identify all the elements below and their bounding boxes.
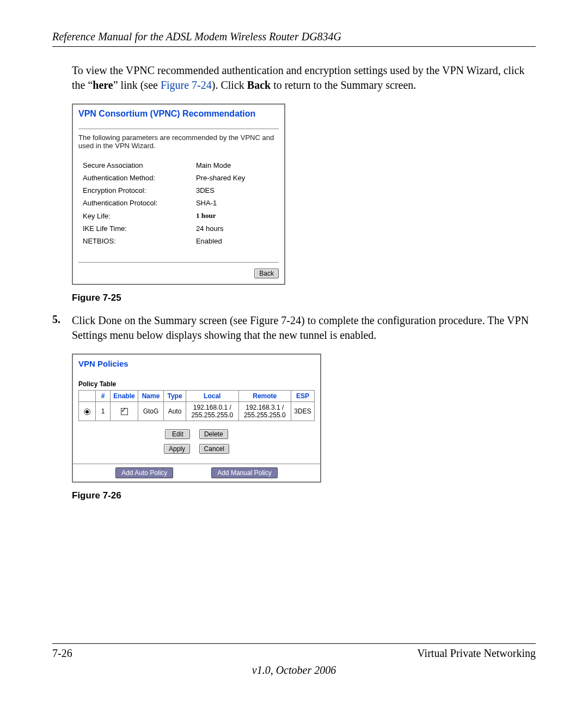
cell-remote: 192.168.3.1 / 255.255.255.0 [238,402,291,421]
policy-table-heading: Policy Table [78,380,315,388]
param-label: Encryption Protocol: [79,185,194,196]
add-auto-policy-button[interactable]: Add Auto Policy [115,467,173,478]
here-link-text: here [93,79,113,91]
page-number: 7-26 [52,647,72,660]
col-type: Type [164,391,186,402]
vpnc-rule [78,129,279,129]
delete-button[interactable]: Delete [199,429,228,439]
table-row: 1 GtoG Auto 192.168.0.1 / 255.255.255.0 … [79,402,315,421]
policy-table: # Enable Name Type Local Remote ESP 1 Gt… [78,390,315,421]
step5-pre: Click [72,314,98,326]
cell-esp: 3DES [291,402,315,421]
page-header: Reference Manual for the ADSL Modem Wire… [52,31,536,43]
footer-rule [52,643,536,644]
header-rule [52,46,536,47]
figure-7-24-link-2[interactable]: Figure 7-24 [250,314,301,326]
param-value: Pre-shared Key [195,172,278,184]
cell-type: Auto [164,402,186,421]
vpnc-lead: The following parameters are recommended… [78,133,279,150]
vpn-policies-panel: VPN Policies Policy Table # Enable Name … [72,354,321,483]
col-name: Name [138,391,164,402]
step-5: 5. Click Done on the Summary screen (see… [52,313,536,343]
figure-7-26-caption: Figure 7-26 [72,490,536,501]
vpnc-title: VPN Consortium (VPNC) Recommendation [78,109,279,119]
cell-local: 192.168.0.1 / 255.255.255.0 [186,402,239,421]
vpnc-panel: VPN Consortium (VPNC) Recommendation The… [72,104,285,285]
param-value: Main Mode [195,160,278,171]
row-radio[interactable] [84,409,90,415]
cell-name: GtoG [138,402,164,421]
param-label: Key Life: [79,210,194,222]
param-label: Secure Association [79,160,194,171]
cancel-button[interactable]: Cancel [199,444,229,454]
done-bold: Done [98,314,121,326]
col-remote: Remote [238,391,291,402]
param-value: SHA-1 [195,197,278,209]
col-local: Local [186,391,239,402]
param-label: Authentication Method: [79,172,194,184]
param-label: NETBIOS: [79,235,194,247]
param-label: IKE Life Time: [79,223,194,234]
figure-7-24-link[interactable]: Figure 7-24 [161,79,212,91]
step5-mid: on the Summary screen (see [122,314,250,326]
col-num: # [96,391,111,402]
col-enable: Enable [111,391,138,402]
intro-text-post1: ). Click [212,79,247,91]
apply-button[interactable]: Apply [164,444,190,454]
param-label: Authentication Protocol: [79,197,194,209]
add-manual-policy-button[interactable]: Add Manual Policy [211,467,277,478]
col-select [79,391,96,402]
intro-text-post2: to return to the Summary screen. [271,79,416,91]
intro-text-mid: ” link (see [113,79,161,91]
enable-checkbox[interactable] [121,408,128,415]
back-button[interactable]: Back [254,269,279,278]
intro-paragraph: To view the VPNC recommended authenticat… [72,63,536,93]
vpn-policies-title: VPN Policies [78,359,315,368]
param-value: 3DES [195,185,278,196]
cell-num: 1 [96,402,111,421]
param-value: 24 hours [195,223,278,234]
param-value: Enabled [195,235,278,247]
col-esp: ESP [291,391,315,402]
vpnc-params: Secure AssociationMain Mode Authenticati… [78,159,279,248]
page-footer: 7-26 Virtual Private Networking v1.0, Oc… [52,643,536,677]
back-bold: Back [247,79,271,91]
figure-7-25-caption: Figure 7-25 [72,293,536,303]
section-name: Virtual Private Networking [417,647,536,660]
edit-button[interactable]: Edit [165,429,190,439]
version-date: v1.0, October 2006 [52,664,536,677]
step-number: 5. [52,313,72,343]
param-value-bold: 1 hour [195,210,278,222]
vpnc-bottom-rule [78,262,279,263]
